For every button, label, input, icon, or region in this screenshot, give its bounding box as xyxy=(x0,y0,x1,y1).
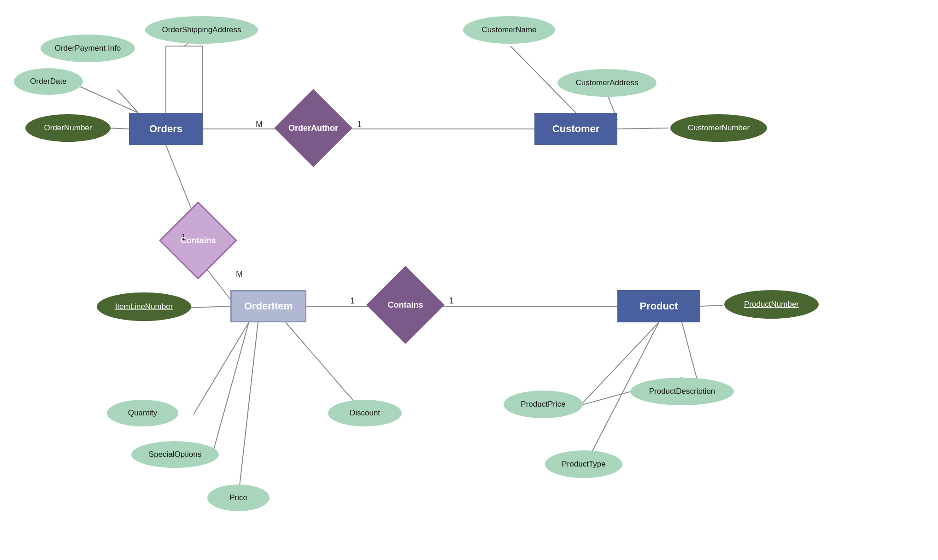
attribute-customernumber: CustomerNumber xyxy=(670,114,767,142)
svg-line-14 xyxy=(191,306,230,308)
attribute-productnumber: ProductNumber xyxy=(724,290,819,319)
attribute-ordernumber: OrderNumber xyxy=(25,114,111,142)
attribute-producttype: ProductType xyxy=(545,450,622,478)
attribute-customeraddress: CustomerAddress xyxy=(557,69,657,97)
svg-line-16 xyxy=(212,322,249,456)
cardinality-1a: 1 xyxy=(357,120,362,129)
attribute-price: Price xyxy=(207,484,270,511)
cardinality-1c: 1 xyxy=(350,296,355,306)
svg-line-11 xyxy=(617,128,668,129)
entity-orders[interactable]: Orders xyxy=(129,113,203,145)
attribute-orderpaymentinfo: OrderPayment Info xyxy=(41,35,135,62)
svg-line-21 xyxy=(700,305,723,306)
entity-orderitem[interactable]: OrderItem xyxy=(230,290,306,322)
attribute-quantity: Quantity xyxy=(107,400,178,426)
relationship-contains2[interactable]: Contains xyxy=(378,277,433,332)
svg-line-0 xyxy=(108,128,129,129)
cardinality-m1: M xyxy=(256,120,263,129)
relationship-orderauthor[interactable]: OrderAuthor xyxy=(286,100,341,156)
attribute-itemlinenumber: ItemLineNumber xyxy=(97,292,191,321)
entity-product[interactable]: Product xyxy=(617,290,700,322)
attribute-ordershippingaddress: OrderShippingAddress xyxy=(145,16,258,44)
er-diagram: Orders Customer OrderItem Product OrderA… xyxy=(0,0,938,560)
attribute-specialoptions: SpecialOptions xyxy=(131,441,219,468)
attribute-customername: CustomerName xyxy=(463,16,555,44)
svg-line-17 xyxy=(240,322,258,486)
cardinality-m2: M xyxy=(236,269,243,279)
attribute-discount: Discount xyxy=(328,400,402,426)
entity-customer[interactable]: Customer xyxy=(534,113,617,145)
relationship-contains1[interactable]: Contains xyxy=(170,213,226,268)
attribute-productprice: ProductPrice xyxy=(504,391,583,418)
svg-line-2 xyxy=(117,90,138,113)
cardinality-1d: 1 xyxy=(449,296,454,306)
attribute-orderdate: OrderDate xyxy=(14,68,83,95)
attribute-productdescription: ProductDescription xyxy=(630,378,734,405)
cardinality-1b: 1 xyxy=(181,233,186,242)
svg-line-15 xyxy=(193,322,249,414)
diagram-lines xyxy=(0,0,938,560)
